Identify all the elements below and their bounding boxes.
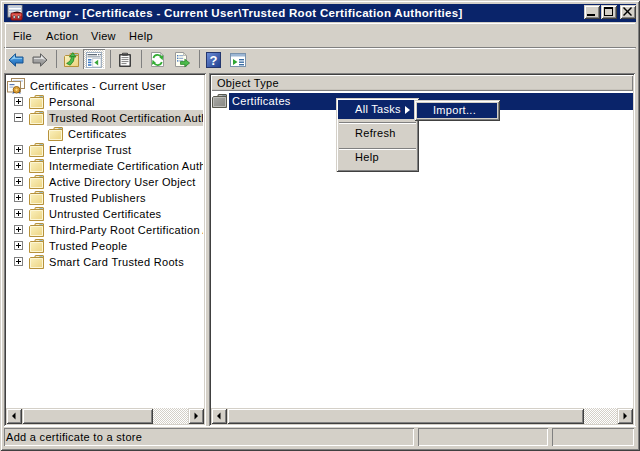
svg-text:?: ?: [209, 53, 217, 68]
